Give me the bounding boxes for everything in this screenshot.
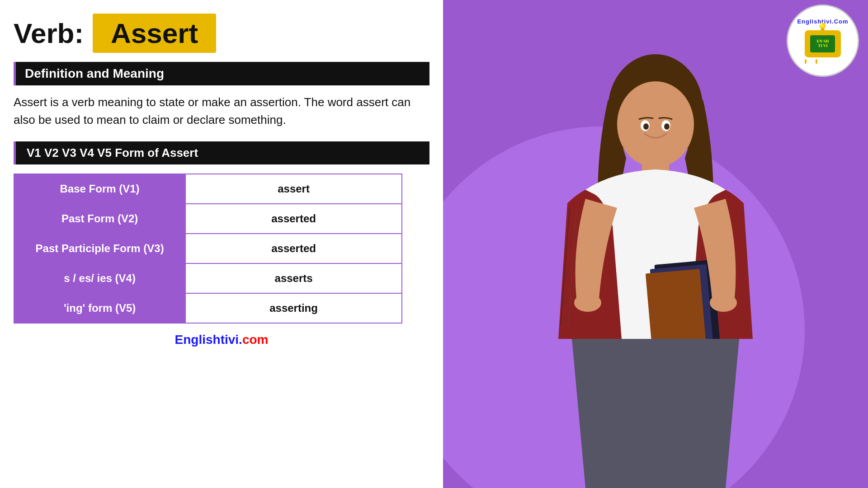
table-row: s / es/ ies (V4)asserts — [14, 263, 402, 293]
table-row: Past Form (V2)asserted — [14, 204, 402, 234]
verb-forms-table: Base Form (V1)assertPast Form (V2)assert… — [14, 174, 402, 324]
logo-legs — [805, 59, 841, 64]
cell-label-4: 'ing' form (V5) — [14, 293, 185, 323]
footer-red: com — [242, 333, 269, 347]
footer-blue: Englishtivi. — [175, 333, 242, 347]
cell-value-1: asserted — [185, 204, 402, 234]
svg-rect-6 — [646, 269, 706, 350]
logo-circle: Englishtivi.Com 💡 EN SHTI VI — [787, 5, 859, 77]
verb-title-area: Verb: Assert — [14, 14, 429, 53]
logo-inner: Englishtivi.Com 💡 EN SHTI VI — [797, 18, 848, 64]
left-panel: Verb: Assert Definition and Meaning Asse… — [0, 0, 443, 488]
cell-value-0: assert — [185, 174, 402, 204]
svg-point-7 — [574, 294, 601, 312]
logo-screen-text: EN SHTI VI — [817, 39, 829, 48]
verb-word-box: Assert — [93, 14, 216, 53]
verb-label: Verb: — [14, 17, 84, 49]
right-panel: Englishtivi.Com 💡 EN SHTI VI — [443, 0, 868, 488]
svg-point-12 — [664, 123, 670, 130]
cell-label-1: Past Form (V2) — [14, 204, 185, 234]
cell-value-3: asserts — [185, 263, 402, 293]
definition-text: Assert is a verb meaning to state or mak… — [14, 94, 429, 129]
svg-point-11 — [643, 123, 649, 130]
logo-tv: EN SHTI VI — [805, 30, 841, 57]
logo-screen: EN SHTI VI — [810, 35, 835, 52]
verb-word: Assert — [111, 18, 198, 49]
table-row: Base Form (V1)assert — [14, 174, 402, 204]
cell-label-3: s / es/ ies (V4) — [14, 263, 185, 293]
girl-image — [486, 45, 825, 488]
cell-value-4: asserting — [185, 293, 402, 323]
footer-brand: Englishtivi.com — [14, 333, 429, 347]
table-row: 'ing' form (V5)asserting — [14, 293, 402, 323]
cell-label-2: Past Participle Form (V3) — [14, 234, 185, 263]
cell-value-2: asserted — [185, 234, 402, 263]
svg-point-2 — [617, 81, 694, 167]
forms-heading: V1 V2 V3 V4 V5 Form of Assert — [14, 141, 429, 164]
table-row: Past Participle Form (V3)asserted — [14, 234, 402, 263]
svg-point-8 — [710, 294, 737, 312]
cell-label-0: Base Form (V1) — [14, 174, 185, 204]
definition-heading: Definition and Meaning — [14, 62, 429, 85]
